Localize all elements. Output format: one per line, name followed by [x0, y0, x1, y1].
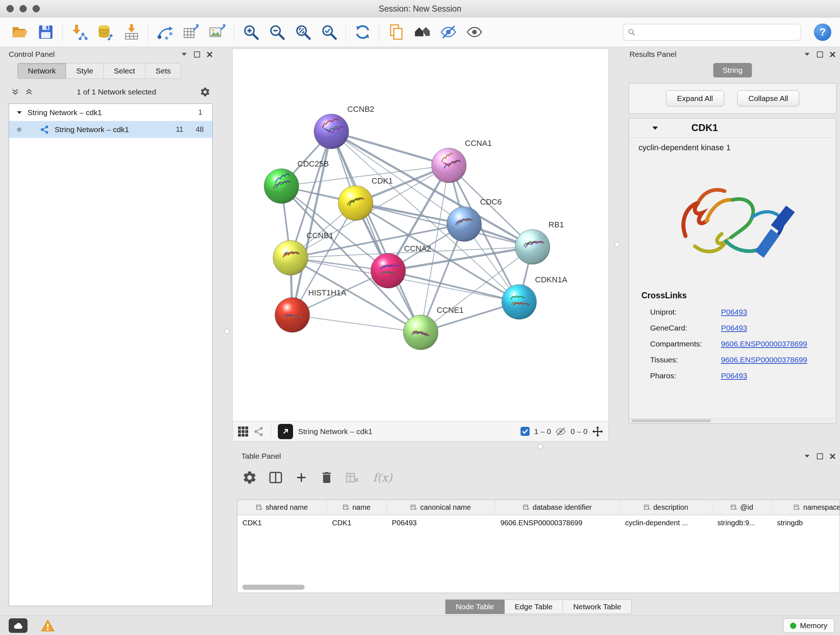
column-header-database-identifier[interactable]: database identifier: [495, 500, 620, 515]
cell-canonical-name[interactable]: P06493: [387, 515, 495, 530]
show-columns-icon[interactable]: [268, 470, 283, 485]
tab-style[interactable]: Style: [66, 63, 104, 79]
cell-shared-name[interactable]: CDK1: [237, 515, 327, 530]
section-expander-icon[interactable]: [652, 126, 659, 131]
panel-menu-icon[interactable]: [181, 52, 187, 57]
crosslink-tissues-link[interactable]: 9606.ENSP00000378699: [721, 356, 807, 364]
expand-all-tree-icon[interactable]: [11, 88, 19, 96]
splitter-handle[interactable]: [538, 444, 543, 449]
network-node-RB1[interactable]: [515, 230, 550, 264]
network-edge-CCNB2-CCNE1[interactable]: [332, 131, 421, 333]
float-panel-icon[interactable]: [817, 453, 823, 459]
network-node-CDK1[interactable]: [338, 186, 373, 220]
minimize-window-button[interactable]: [19, 5, 27, 12]
open-in-new-window-button[interactable]: [278, 424, 293, 439]
refresh-button[interactable]: [351, 21, 374, 43]
maximize-window-button[interactable]: [33, 5, 40, 12]
selected-checkbox-icon[interactable]: [520, 426, 530, 436]
column-header-description[interactable]: description: [620, 500, 712, 515]
function-builder-icon[interactable]: f(x): [373, 471, 392, 484]
pan-move-icon[interactable]: [592, 426, 603, 437]
zoom-fit-button[interactable]: [291, 21, 314, 43]
network-node-CDKN1A[interactable]: [502, 285, 537, 319]
panel-menu-icon[interactable]: [804, 52, 810, 57]
show-all-networks-button[interactable]: [411, 21, 434, 43]
export-image-button[interactable]: [205, 21, 229, 43]
crosslink-genecard-link[interactable]: P06493: [721, 324, 747, 333]
network-node-CCNA2[interactable]: [371, 253, 406, 288]
results-tab-string[interactable]: String: [714, 63, 752, 78]
tab-sets[interactable]: Sets: [145, 63, 181, 79]
cell-name[interactable]: CDK1: [327, 515, 387, 530]
column-header-namespace[interactable]: namespace: [772, 500, 840, 515]
panel-menu-icon[interactable]: [804, 454, 810, 458]
tab-node-table[interactable]: Node Table: [445, 600, 505, 614]
tab-select[interactable]: Select: [104, 63, 145, 79]
search-input[interactable]: [639, 28, 796, 36]
column-header-canonical-name[interactable]: canonical name: [387, 500, 495, 515]
zoom-selected-button[interactable]: [317, 21, 340, 43]
cell-namespace[interactable]: stringdb: [772, 515, 840, 530]
tree-expander-icon[interactable]: [16, 111, 22, 115]
import-network-from-database-button[interactable]: [94, 21, 117, 43]
column-header-name[interactable]: name: [327, 500, 387, 515]
cloud-button[interactable]: [9, 618, 27, 633]
warnings-button[interactable]: [39, 618, 57, 633]
table-horizontal-scrollbar[interactable]: [242, 585, 305, 590]
scrollbar-thumb[interactable]: [631, 419, 711, 422]
close-panel-icon[interactable]: [829, 51, 836, 57]
cell-description[interactable]: cyclin-dependent ...: [620, 515, 712, 530]
network-canvas[interactable]: CCNB2CCNA1CDC25BCDK1CDC6RB1CCNB1CCNA2CDK…: [233, 49, 608, 421]
export-table-button[interactable]: [180, 21, 202, 43]
collapse-all-tree-icon[interactable]: [25, 88, 33, 96]
show-hidden-button[interactable]: [463, 21, 486, 43]
expand-all-button[interactable]: Expand All: [666, 90, 724, 106]
open-session-button[interactable]: [8, 21, 31, 43]
network-node-CDC6[interactable]: [447, 207, 482, 241]
crosslink-compartments-link[interactable]: 9606.ENSP00000378699: [721, 340, 807, 348]
hide-selected-button[interactable]: [437, 21, 460, 43]
gene-section-header[interactable]: CDK1: [629, 119, 836, 138]
splitter-handle[interactable]: [224, 329, 230, 334]
collapse-all-button[interactable]: Collapse All: [737, 90, 799, 106]
close-panel-icon[interactable]: [207, 51, 213, 57]
memory-button[interactable]: Memory: [783, 618, 834, 633]
table-row[interactable]: CDK1 CDK1 P06493 9606.ENSP00000378699 cy…: [237, 515, 840, 530]
crosslink-uniprot-link[interactable]: P06493: [721, 308, 747, 317]
results-horizontal-scrollbar[interactable]: [630, 418, 835, 423]
search-field[interactable]: [623, 24, 801, 41]
cell-database-identifier[interactable]: 9606.ENSP00000378699: [495, 515, 620, 530]
hidden-eye-slash-icon[interactable]: [555, 426, 566, 437]
grid-view-icon[interactable]: [238, 426, 248, 437]
tab-edge-table[interactable]: Edge Table: [505, 600, 563, 614]
network-node-CCNB1[interactable]: [273, 241, 308, 275]
network-edge-CCNA2-CDKN1A[interactable]: [388, 271, 519, 302]
close-window-button[interactable]: [6, 5, 14, 12]
cell-id[interactable]: stringdb:9...: [712, 515, 772, 530]
column-header-shared-name[interactable]: shared name: [237, 500, 327, 515]
clear-table-icon[interactable]: [345, 470, 359, 485]
network-edge-CCNB2-CCNA1[interactable]: [332, 131, 449, 165]
import-table-button[interactable]: [120, 21, 143, 43]
gear-icon[interactable]: [200, 87, 210, 97]
network-node-CDC25B[interactable]: [264, 169, 299, 203]
layout-network-button[interactable]: [153, 21, 177, 43]
network-row-selected[interactable]: String Network – cdk1 11 48: [9, 121, 212, 138]
float-panel-icon[interactable]: [817, 51, 823, 57]
zoom-out-button[interactable]: [265, 21, 288, 43]
crosslink-pharos-link[interactable]: P06493: [721, 371, 747, 380]
delete-column-icon[interactable]: [319, 470, 334, 485]
import-network-button[interactable]: [68, 21, 91, 43]
float-panel-icon[interactable]: [194, 51, 200, 57]
add-column-icon[interactable]: [294, 470, 309, 485]
network-collection-row[interactable]: String Network – cdk1 1: [9, 104, 212, 121]
help-button[interactable]: ?: [814, 24, 831, 41]
clone-network-button[interactable]: [385, 21, 408, 43]
close-panel-icon[interactable]: [829, 453, 836, 459]
birdseye-view-icon[interactable]: [254, 426, 264, 437]
table-settings-gear-icon[interactable]: [242, 470, 257, 485]
save-session-button[interactable]: [34, 21, 57, 43]
network-edge-HIST1H1A-CCNE1[interactable]: [292, 315, 421, 333]
tab-network[interactable]: Network: [18, 63, 66, 79]
column-header-id[interactable]: @id: [712, 500, 772, 515]
